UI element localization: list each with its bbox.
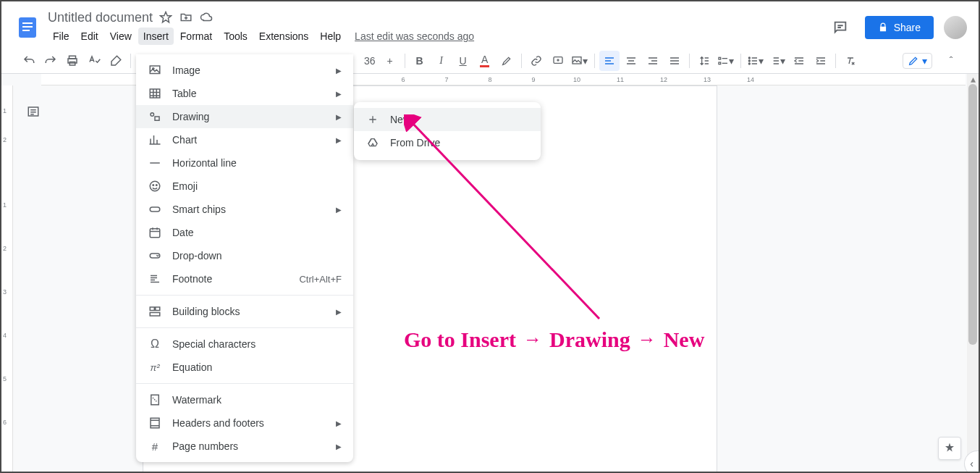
svg-rect-27 [156, 307, 160, 311]
insert-horizontal-line-item[interactable]: Horizontal line [136, 151, 353, 175]
document-outline-button[interactable] [25, 103, 42, 120]
align-center-button[interactable] [621, 51, 641, 71]
insert-table-item[interactable]: Table ▶ [136, 82, 353, 105]
share-label: Share [894, 22, 921, 33]
cloud-status-icon[interactable] [199, 10, 214, 25]
docs-logo[interactable] [13, 13, 42, 42]
insert-emoji-item[interactable]: Emoji [136, 175, 353, 198]
menu-insert[interactable]: Insert [138, 28, 174, 45]
menu-format[interactable]: Format [175, 28, 217, 45]
bulleted-list-button[interactable]: ▾ [745, 51, 766, 71]
app-header: Untitled document File Edit View Insert … [1, 1, 979, 48]
font-size-input[interactable]: 36 [361, 55, 379, 67]
insert-date-item[interactable]: Date [136, 221, 353, 244]
chevron-right-icon: ▶ [336, 419, 342, 427]
insert-dropdown-item[interactable]: Drop-down [136, 244, 353, 267]
svg-rect-28 [150, 313, 160, 317]
emoji-icon [148, 179, 162, 193]
drawing-from-drive-item[interactable]: From Drive [354, 131, 541, 154]
insert-building-blocks-item[interactable]: Building blocks ▶ [136, 300, 353, 323]
menu-extensions[interactable]: Extensions [254, 28, 313, 45]
italic-button[interactable]: I [431, 51, 452, 71]
hr-icon [148, 156, 162, 170]
drawing-submenu: New From Drive [354, 102, 541, 160]
chevron-right-icon: ▶ [336, 443, 342, 451]
headers-icon [148, 416, 162, 430]
insert-watermark-item[interactable]: Watermark [136, 388, 353, 411]
numbered-list-button[interactable]: ▾ [767, 51, 787, 71]
insert-special-characters-item[interactable]: Ω Special characters [136, 332, 353, 356]
text-color-button[interactable]: A [475, 51, 495, 71]
checklist-button[interactable]: ▾ [716, 51, 736, 71]
insert-chart-item[interactable]: Chart ▶ [136, 128, 353, 151]
account-avatar[interactable] [944, 16, 967, 39]
highlight-button[interactable] [497, 51, 517, 71]
menu-divider [136, 295, 353, 296]
menu-help[interactable]: Help [315, 28, 346, 45]
watermark-icon [148, 393, 162, 407]
insert-link-button[interactable] [526, 51, 546, 71]
svg-rect-26 [150, 307, 154, 311]
insert-equation-item[interactable]: π² Equation [136, 356, 353, 379]
star-icon[interactable] [159, 10, 173, 25]
menubar: File Edit View Insert Format Tools Exten… [48, 26, 826, 46]
move-icon[interactable] [179, 10, 193, 25]
vertical-ruler[interactable]: 1 2 1 2 3 4 5 6 [1, 85, 13, 472]
align-right-button[interactable] [643, 51, 663, 71]
chevron-right-icon: ▶ [336, 113, 342, 121]
menu-divider [136, 327, 353, 328]
header-right: Share [826, 13, 967, 42]
bold-button[interactable]: B [410, 51, 430, 71]
insert-headers-footers-item[interactable]: Headers and footers ▶ [136, 411, 353, 435]
pagenum-icon: # [148, 439, 162, 453]
chevron-right-icon: ▶ [336, 136, 342, 144]
decrease-indent-button[interactable] [789, 51, 809, 71]
align-justify-button[interactable] [664, 51, 685, 71]
omega-icon: Ω [148, 337, 162, 351]
align-left-button[interactable] [599, 51, 620, 71]
increase-indent-button[interactable] [811, 51, 831, 71]
editing-mode-button[interactable]: ▾ [903, 53, 932, 69]
svg-rect-1 [22, 22, 33, 24]
add-comment-button[interactable] [548, 51, 568, 71]
show-side-panel-button[interactable]: ‹ [964, 451, 979, 472]
drive-icon [366, 135, 380, 150]
line-spacing-button[interactable] [694, 51, 714, 71]
comments-button[interactable] [826, 13, 855, 42]
explore-button[interactable] [938, 437, 961, 460]
collapse-toolbar-button[interactable]: ˆ [941, 51, 961, 71]
date-icon [148, 225, 162, 240]
last-edit-link[interactable]: Last edit was seconds ago [355, 30, 474, 42]
svg-rect-19 [155, 117, 159, 120]
insert-image-button[interactable]: ▾ [570, 51, 590, 71]
font-size-increase[interactable]: + [380, 51, 400, 71]
undo-button[interactable] [19, 51, 39, 71]
insert-page-numbers-item[interactable]: # Page numbers ▶ [136, 435, 353, 458]
insert-footnote-item[interactable]: Footnote Ctrl+Alt+F [136, 267, 353, 290]
insert-smart-chips-item[interactable]: Smart chips ▶ [136, 198, 353, 221]
drawing-icon [148, 109, 162, 124]
clear-formatting-button[interactable] [840, 51, 861, 71]
share-button[interactable]: Share [865, 16, 934, 39]
chips-icon [148, 202, 162, 217]
drawing-new-item[interactable]: New [354, 108, 541, 131]
dropdown-icon [148, 248, 162, 263]
svg-point-13 [748, 63, 750, 64]
menu-edit[interactable]: Edit [76, 28, 104, 45]
insert-menu-dropdown: Image ▶ Table ▶ Drawing ▶ Chart ▶ Horizo… [136, 54, 353, 462]
menu-tools[interactable]: Tools [219, 28, 253, 45]
vertical-scrollbar[interactable]: ▴ ▾ [967, 74, 979, 472]
redo-button[interactable] [41, 51, 61, 71]
insert-drawing-item[interactable]: Drawing ▶ [136, 105, 353, 128]
blocks-icon [148, 304, 162, 319]
paint-format-button[interactable] [106, 51, 126, 71]
insert-image-item[interactable]: Image ▶ [136, 59, 353, 82]
spellcheck-button[interactable] [84, 51, 104, 71]
document-title[interactable]: Untitled document [48, 10, 153, 25]
underline-button[interactable]: U [453, 51, 473, 71]
print-button[interactable] [62, 51, 83, 71]
equation-icon: π² [148, 360, 162, 374]
svg-point-11 [748, 57, 750, 59]
menu-file[interactable]: File [48, 28, 75, 45]
menu-view[interactable]: View [105, 28, 137, 45]
